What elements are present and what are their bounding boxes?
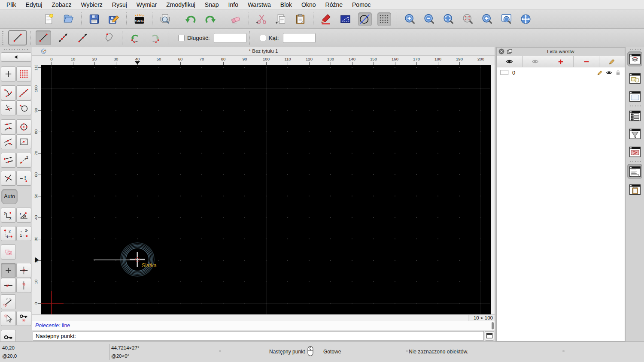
document-titlebar[interactable]: * Bez tytułu 1 (32, 47, 495, 56)
coords-cartesian-button[interactable]: yx (1, 208, 16, 223)
coords-absolute-button[interactable]: 12 (16, 226, 31, 241)
menu-pomoc[interactable]: Pomoc (347, 0, 376, 10)
line-ray-button[interactable] (75, 30, 91, 45)
menu-snap[interactable]: Snap (200, 0, 224, 10)
command-field[interactable]: Następny punkt: (33, 331, 484, 341)
undo-segment-button[interactable] (128, 30, 143, 45)
dock-entity-list-button[interactable] (627, 108, 642, 123)
restrict-horizontal-button[interactable] (1, 278, 16, 293)
toolbar-drag-handle[interactable] (629, 49, 641, 51)
undo-button[interactable] (184, 12, 198, 26)
open-file-button[interactable] (62, 12, 76, 26)
snap-middle-button[interactable] (16, 100, 31, 115)
set-relative-zero-button[interactable] (16, 263, 31, 278)
zoom-previous-button[interactable] (480, 12, 494, 26)
restrict-nothing-button[interactable]: ! (16, 171, 31, 186)
eye-visible-button[interactable] (606, 69, 612, 76)
coords-polar-button[interactable]: ra (16, 208, 31, 223)
line-segment-button[interactable] (36, 30, 51, 45)
undock-icon[interactable] (507, 48, 513, 57)
horizontal-scrollbar[interactable]: 10 < 100 (32, 314, 495, 321)
snap-distance-button[interactable] (1, 119, 16, 134)
save-as-button[interactable] (107, 12, 121, 26)
snap-free-button[interactable] (1, 66, 16, 81)
redo-button[interactable] (204, 12, 217, 26)
export-svg-button[interactable]: SVG (133, 12, 146, 26)
length-checkbox[interactable] (178, 35, 185, 41)
menu-wybierz[interactable]: Wybierz (76, 0, 107, 10)
relative-zero-free-button[interactable] (1, 263, 16, 278)
keyboard-focus-button[interactable] (485, 331, 494, 341)
select-entity-button[interactable] (1, 244, 16, 259)
auto-snap-button[interactable]: Auto (1, 189, 18, 204)
edit-pencil-button[interactable] (599, 56, 625, 67)
add-plus-button[interactable] (548, 56, 574, 67)
menu-rysuj[interactable]: Rysuj (107, 0, 132, 10)
polyline-close-button[interactable] (101, 30, 117, 45)
length-input[interactable] (214, 33, 246, 43)
grid-toggle-button[interactable] (377, 12, 391, 26)
menu-warstwa[interactable]: Warstwa (243, 0, 276, 10)
menu-plik[interactable]: Plik (2, 0, 21, 10)
toolbar-drag-handle[interactable] (3, 48, 29, 50)
dock-command-line-button[interactable] (627, 164, 642, 179)
paste-button[interactable] (294, 12, 307, 26)
dock-clipboard-button[interactable] (627, 182, 642, 197)
current-tool-indicator[interactable] (8, 30, 27, 45)
eye-hidden-button[interactable] (522, 56, 548, 67)
remove-minus-button[interactable] (574, 56, 599, 67)
pen-attributes-button[interactable] (319, 12, 333, 26)
menu-okno[interactable]: Okno (297, 0, 320, 10)
close-icon[interactable] (498, 48, 504, 57)
snap-intersection-manual-button[interactable] (1, 171, 16, 186)
line-infinite-button[interactable] (55, 30, 71, 45)
dock-filter-button[interactable] (627, 126, 642, 141)
snap-endpoints-button[interactable] (1, 85, 16, 100)
zoom-selected-button[interactable] (461, 12, 475, 26)
redo-segment-button[interactable] (147, 30, 163, 45)
cut-button[interactable] (255, 12, 269, 26)
snap-grid-button[interactable] (16, 66, 31, 81)
drawing-canvas[interactable]: Siatka (41, 65, 490, 314)
zoom-in-button[interactable] (403, 12, 417, 26)
snap-center-button[interactable] (16, 119, 31, 134)
dock-section-button[interactable] (627, 144, 642, 159)
menu-blok[interactable]: Blok (276, 0, 297, 10)
print-preview-button[interactable] (158, 12, 172, 26)
zoom-auto-button[interactable] (442, 12, 456, 26)
delete-eraser-button[interactable] (229, 12, 243, 26)
snap-reference-button[interactable] (16, 134, 31, 149)
restrict-orthogonal-button[interactable] (1, 153, 16, 168)
command-input[interactable] (76, 332, 483, 340)
edit-pencil-button[interactable] (597, 69, 603, 76)
lock-icon-button[interactable] (615, 69, 621, 76)
snap-tangent-button[interactable] (1, 134, 16, 149)
save-file-button[interactable] (88, 12, 101, 26)
selection-window-button[interactable] (339, 12, 352, 26)
history-scrollbar-thumb[interactable] (492, 322, 494, 329)
menu-zobacz[interactable]: Zobacz (47, 0, 76, 10)
menu-zmodyfikuj[interactable]: Zmodyfikuj (161, 0, 200, 10)
angle-checkbox[interactable] (260, 35, 266, 41)
dock-layer-list-button[interactable] (627, 51, 642, 66)
menu-wymiar[interactable]: Wymiar (132, 0, 161, 10)
restrict-vertical-button[interactable] (16, 278, 31, 293)
lock-relative-zero-button[interactable] (16, 311, 31, 326)
snap-on-entity-button[interactable] (16, 85, 31, 100)
snap-intersection-button[interactable] (1, 100, 16, 115)
draft-mode-button[interactable] (358, 12, 372, 26)
menu-info[interactable]: Info (224, 0, 243, 10)
dock-library-browser-button[interactable] (627, 89, 642, 104)
menu-edytuj[interactable]: Edytuj (21, 0, 47, 10)
dock-block-list-button[interactable] (627, 71, 642, 86)
layer-row[interactable]: 0 (497, 67, 625, 77)
snap-distance-manual-button[interactable]: 12 (16, 153, 31, 168)
menu-rozne[interactable]: Różne (321, 0, 347, 10)
zoom-pan-button[interactable] (519, 12, 533, 26)
coords-relative-button[interactable]: 12 (1, 226, 16, 241)
zoom-window-button[interactable] (500, 12, 513, 26)
snap-selected-button[interactable] (1, 311, 16, 326)
snap-back-button[interactable] (1, 52, 31, 62)
vertical-scrollbar[interactable] (491, 65, 495, 314)
eye-visible-button[interactable] (497, 56, 522, 67)
